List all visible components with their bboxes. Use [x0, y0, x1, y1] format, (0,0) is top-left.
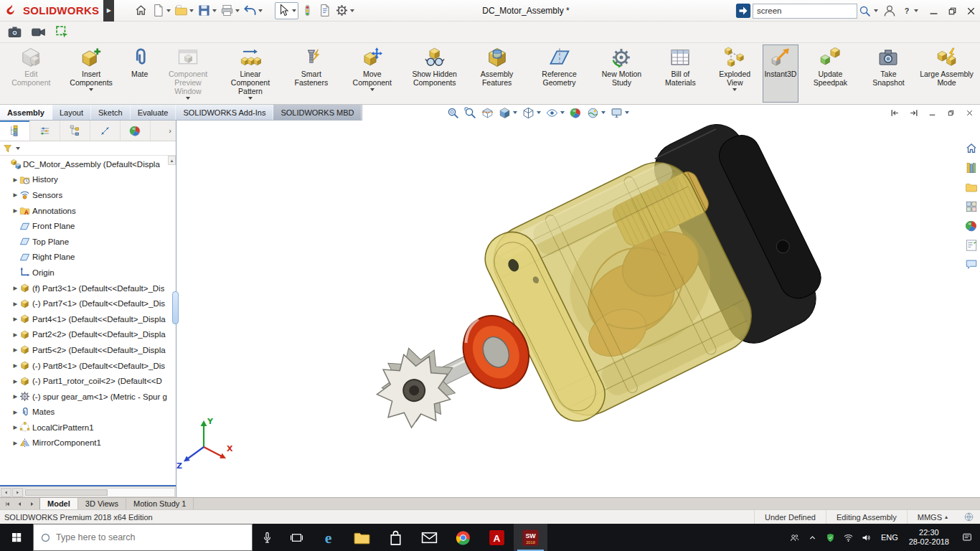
print-button[interactable]	[219, 2, 241, 19]
nav-first-button[interactable]	[1, 499, 14, 509]
tree-item-right-plane[interactable]: Right Plane	[0, 250, 176, 265]
wifi-tray-button[interactable]	[839, 524, 857, 551]
design-library-button[interactable]	[965, 161, 978, 174]
nav-prev-button[interactable]	[14, 499, 26, 509]
tab-evaluate[interactable]: Evaluate	[131, 105, 176, 120]
taskbar-app-solidworks[interactable]: SW2018	[514, 524, 547, 551]
insert-components-button[interactable]: Insert Components	[61, 44, 122, 103]
expand-arrow-icon[interactable]: ▶	[11, 207, 19, 214]
custom-properties-button[interactable]	[965, 239, 978, 252]
view-settings-button[interactable]	[610, 105, 630, 120]
tree-item-part1-rotor-coil-2-default-d[interactable]: ▶(-) Part1_rotor_coil<2> (Default<<D	[0, 373, 176, 389]
filter-funnel-icon[interactable]	[3, 143, 13, 154]
section-view-button[interactable]	[481, 105, 494, 120]
expand-arrow-icon[interactable]: ▶	[11, 409, 19, 415]
take-snapshot-button[interactable]: Take Snapshot	[862, 44, 915, 103]
scroll-thumb[interactable]	[25, 489, 108, 496]
expand-arrow-icon[interactable]: ▶	[11, 393, 19, 400]
tab-layout[interactable]: Layout	[52, 105, 91, 120]
expand-arrow-icon[interactable]: ▶	[11, 440, 19, 446]
exploded-view-button[interactable]: Exploded View	[709, 44, 761, 103]
show-hidden-components-button[interactable]: Show Hidden Components	[404, 44, 465, 103]
toolbar-flyout-button[interactable]: ▶	[103, 0, 114, 22]
taskbar-search-box[interactable]	[33, 524, 253, 551]
new-motion-study-button[interactable]: New Motion Study	[591, 44, 652, 103]
expand-arrow-icon[interactable]: ▶	[11, 316, 19, 322]
tree-item-part5-2-default-default-displa[interactable]: ▶Part5<2> (Default<<Default>_Displa	[0, 342, 176, 358]
file-explorer-button[interactable]	[965, 181, 978, 194]
people-tray-button[interactable]	[786, 524, 804, 551]
next-window-button[interactable]	[909, 108, 918, 118]
record-video-button[interactable]	[29, 24, 47, 41]
viewport-canvas[interactable]: X Y Z	[176, 121, 980, 497]
taskbar-app-edge[interactable]: e	[311, 524, 345, 551]
tree-horizontal-scrollbar[interactable]	[0, 486, 176, 497]
scroll-right-button[interactable]	[12, 488, 23, 497]
scroll-up-arrow-icon[interactable]: ▲	[168, 156, 176, 165]
component-preview-window-button[interactable]: Component Preview Window	[158, 44, 219, 103]
tree-item-sensors[interactable]: ▶Sensors	[0, 187, 176, 203]
help-button[interactable]: ?	[901, 4, 918, 18]
status-tag-icon[interactable]	[963, 512, 974, 522]
shield-tray-button[interactable]	[821, 524, 839, 551]
tree-item-f-part3-1-default-default-dis[interactable]: ▶(f) Part3<1> (Default<<Default>_Dis	[0, 281, 176, 296]
update-speedpak-button[interactable]: Update Speedpak	[800, 44, 861, 103]
panel-tab-propertymanager[interactable]	[30, 121, 60, 141]
tree-item-localcirpattern1[interactable]: ▶LocalCirPattern1	[0, 420, 176, 435]
taskbar-app-mail[interactable]	[413, 524, 446, 551]
panel-tab-dimxpertmanager[interactable]	[90, 121, 121, 141]
tree-item-mirrorcomponent1[interactable]: ▶MirrorComponent1	[0, 435, 176, 451]
tree-vertical-scrollbar[interactable]: ▲	[168, 156, 176, 166]
panel-splitter-handle[interactable]	[172, 291, 179, 324]
search-input[interactable]	[753, 4, 857, 19]
taskbar-app-chrome[interactable]	[446, 524, 480, 551]
tree-item-history[interactable]: ▶History	[0, 172, 176, 188]
scroll-left-button[interactable]	[1, 488, 11, 497]
home-pane-button[interactable]	[965, 142, 978, 155]
appearances-button[interactable]	[965, 220, 978, 232]
tree-item-mates[interactable]: ▶Mates	[0, 405, 176, 420]
instant3d-button[interactable]: Instant3D	[763, 44, 798, 103]
taskbar-clock[interactable]: 22:30 28-02-2018	[904, 528, 954, 547]
bottom-tab-3d-views[interactable]: 3D Views	[78, 498, 126, 509]
filter-caret-icon[interactable]	[16, 147, 20, 150]
editing-mode[interactable]: Editing Assembly	[826, 510, 907, 524]
chevron-up-tray-button[interactable]	[804, 524, 821, 551]
tree-item-front-plane[interactable]: Front Plane	[0, 218, 176, 234]
tree-item-part4-1-default-default-displa[interactable]: ▶Part4<1> (Default<<Default>_Displa	[0, 311, 176, 327]
home-button[interactable]	[133, 2, 149, 19]
taskbar-app-store[interactable]	[379, 524, 413, 551]
tree-item-spur-gear-am-1-metric-spur-g[interactable]: ▶(-) spur gear_am<1> (Metric - Spur g	[0, 389, 176, 405]
undo-button[interactable]	[242, 2, 264, 19]
tree-item-part2-2-default-default-displa[interactable]: ▶Part2<2> (Default<<Default>_Displa	[0, 327, 176, 343]
bottom-tab-motion-study-1[interactable]: Motion Study 1	[126, 498, 194, 509]
scroll-track[interactable]	[24, 488, 175, 497]
start-button[interactable]	[0, 524, 33, 551]
close-button[interactable]	[965, 5, 977, 17]
panel-tab-configurationmanager[interactable]	[60, 121, 90, 141]
taskbar-app-adobe-reader[interactable]: A	[480, 524, 514, 551]
tree-item-dc-motor-assembly-default-displa[interactable]: DC_Motor_Assembly (Default<Displa	[0, 156, 176, 172]
nav-next-button[interactable]	[26, 499, 38, 509]
expand-arrow-icon[interactable]: ▶	[11, 285, 19, 291]
expand-arrow-icon[interactable]: ▶	[11, 176, 19, 183]
expand-arrow-icon[interactable]: ▶	[11, 301, 19, 307]
minimize-button[interactable]	[928, 5, 940, 17]
doc-restore-button[interactable]	[946, 108, 956, 118]
language-indicator[interactable]: ENG	[875, 533, 904, 542]
select-button[interactable]	[275, 2, 298, 19]
tree-item-top-plane[interactable]: Top Plane	[0, 234, 176, 250]
zoom-fit-button[interactable]	[446, 105, 460, 120]
display-style-button[interactable]	[522, 105, 542, 120]
edit-component-button[interactable]: Edit Component	[3, 44, 60, 103]
screenshot-button[interactable]	[6, 24, 24, 41]
tree-item-part7-1-default-default-dis[interactable]: ▶(-) Part7<1> (Default<<Default>_Dis	[0, 296, 176, 311]
zoom-area-button[interactable]	[463, 105, 477, 120]
panel-flyout-arrow[interactable]: ›	[164, 121, 176, 141]
apply-scene-button[interactable]	[586, 105, 606, 120]
edit-appearance-button[interactable]	[569, 105, 583, 120]
expand-arrow-icon[interactable]: ▶	[11, 362, 19, 369]
save-button[interactable]	[196, 2, 218, 19]
spur-gear[interactable]	[365, 334, 471, 438]
tab-sketch[interactable]: Sketch	[91, 105, 131, 120]
